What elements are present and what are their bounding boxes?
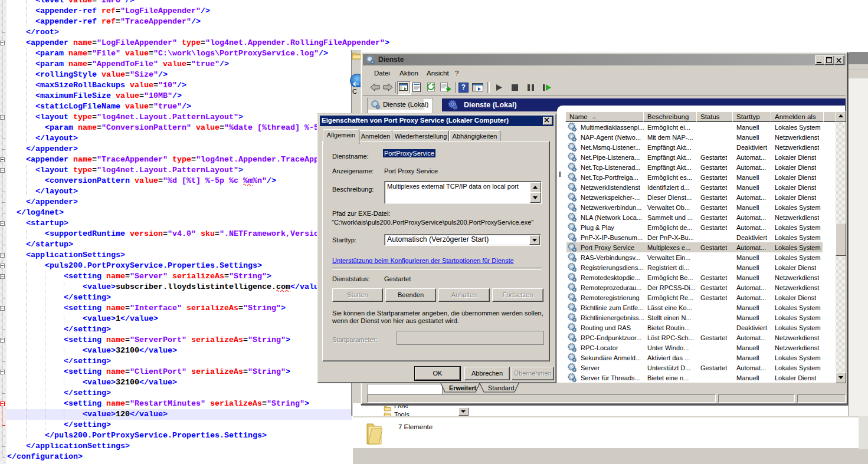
- svg-text:Erweitert: Erweitert: [449, 384, 477, 391]
- svg-text:Standard: Standard: [488, 384, 515, 391]
